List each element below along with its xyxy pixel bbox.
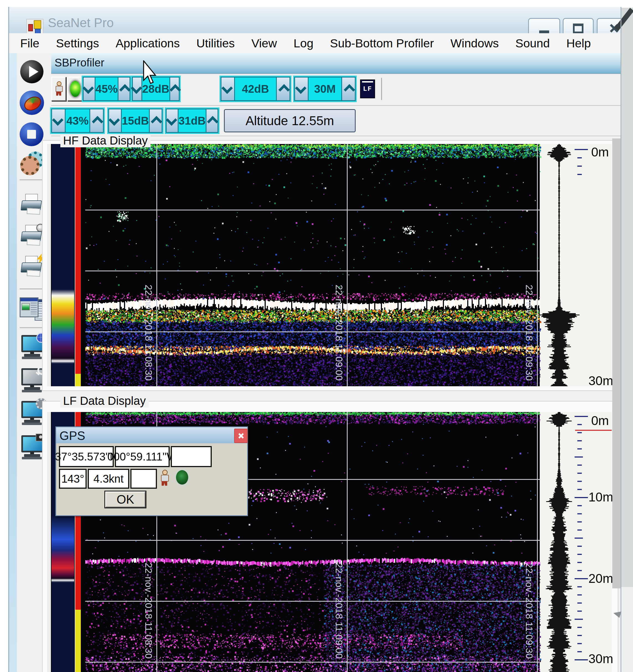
lf-display-label: LF Data Display	[60, 394, 149, 408]
gps-close-button[interactable]	[234, 429, 248, 443]
menu-item-view[interactable]: View	[251, 37, 277, 50]
menu-item-windows[interactable]: Windows	[451, 37, 499, 50]
menu-bar: File Settings Applications Utilities Vie…	[8, 33, 620, 53]
lf-icon: LF	[360, 79, 375, 98]
sensor-dial-icon[interactable]	[20, 90, 45, 116]
menu-item-sub-bottom-profiler[interactable]: Sub-Bottom Profiler	[330, 37, 434, 50]
decrease-button[interactable]	[133, 77, 142, 100]
toolbar-separator	[381, 78, 382, 100]
desktop-margin	[622, 0, 633, 672]
chevron-down-icon	[166, 114, 177, 126]
decrease-button[interactable]	[221, 77, 235, 100]
db2-value: 42dB	[235, 77, 276, 100]
display-setup-icon[interactable]	[20, 296, 45, 322]
quick-print-icon[interactable]	[20, 256, 45, 281]
gps-dialog-titlebar[interactable]: GPS	[56, 427, 247, 443]
decrease-button[interactable]	[295, 77, 309, 100]
menu-item-sound[interactable]: Sound	[515, 37, 550, 50]
mouse-cursor	[142, 61, 158, 84]
decrease-button[interactable]	[109, 110, 122, 132]
altitude-readout: Altitude 12.55m	[224, 109, 356, 133]
range-value: 30M	[309, 77, 341, 100]
close-icon	[238, 433, 244, 439]
decrease-button[interactable]	[167, 110, 178, 132]
menu-item-settings[interactable]: Settings	[56, 37, 99, 50]
gps-latitude-field: 37°35.573''N	[59, 446, 114, 467]
menu-item-applications[interactable]: Applications	[116, 37, 180, 50]
chevron-up-icon	[207, 116, 218, 127]
decrease-button[interactable]	[52, 110, 66, 132]
monitor-settings-icon[interactable]	[20, 401, 45, 426]
db-spinner-2: 42dB	[221, 77, 290, 101]
lf-timestamp-1: 22-nov.-2018 11:08:30	[144, 562, 154, 672]
increase-button[interactable]	[276, 77, 290, 100]
increase-button[interactable]	[205, 110, 218, 132]
hf-timestamp-3: 22-nov.-2018 11:09:30	[524, 285, 535, 404]
window-right-edge	[620, 7, 622, 672]
menu-item-help[interactable]: Help	[566, 37, 591, 50]
gain-spinner-hf: 45%	[83, 77, 130, 101]
print-preview-icon[interactable]	[20, 225, 45, 250]
menu-item-file[interactable]: File	[20, 37, 39, 50]
increase-button[interactable]	[90, 110, 103, 132]
chevron-down-icon	[221, 82, 233, 94]
menu-item-utilities[interactable]: Utilities	[196, 37, 235, 50]
monitor-snapshot-icon[interactable]	[20, 435, 45, 461]
decrease-button[interactable]	[83, 77, 96, 100]
status-led-button[interactable]	[67, 77, 83, 101]
increase-button[interactable]	[149, 110, 162, 132]
chevron-up-icon	[151, 116, 162, 127]
increase-button[interactable]	[118, 77, 129, 100]
range-spinner: 30M	[294, 77, 356, 101]
play-icon[interactable]	[20, 59, 45, 85]
chevron-up-icon	[343, 84, 355, 95]
right-scroll-strip[interactable]	[612, 139, 620, 589]
hf-scale-0m: 0m	[591, 145, 609, 160]
settings-gears-icon[interactable]	[20, 151, 45, 176]
lf-scale-30m: 30m	[588, 651, 613, 666]
diver-tool-button[interactable]	[51, 77, 66, 101]
gps-ok-button[interactable]: OK	[105, 491, 146, 507]
monitor-search-icon[interactable]	[20, 368, 45, 394]
title-bar: SeaNet Pro	[8, 7, 622, 33]
menu-item-log[interactable]: Log	[294, 37, 314, 50]
db-spinner-3: 15dB	[108, 109, 163, 133]
window-title: SeaNet Pro	[48, 15, 114, 30]
remote-monitor-icon[interactable]	[20, 335, 45, 360]
chevron-down-icon	[83, 82, 94, 94]
gps-dialog: GPS 37°35.573''N 000°59.111''W 143° 4.3k…	[55, 426, 248, 516]
increase-button[interactable]	[341, 77, 355, 100]
hf-scale-30m: 30m	[588, 373, 613, 388]
hf-timestamp-1: 22-nov.-2018 11:08:30	[144, 285, 154, 404]
green-led-icon	[69, 80, 82, 98]
gps-heading-field: 143°	[59, 469, 87, 489]
chevron-up-icon	[92, 116, 103, 127]
stop-icon[interactable]	[20, 122, 45, 147]
gps-dialog-title: GPS	[59, 429, 85, 443]
sidebar-accent-strip	[9, 53, 17, 672]
sbprofiler-titlebar: SBProfiler	[51, 53, 620, 74]
sbprofiler-title: SBProfiler	[54, 56, 104, 69]
chevron-down-icon	[295, 82, 307, 94]
gain-value: 43%	[66, 110, 90, 132]
increase-button[interactable]	[169, 77, 179, 100]
lf-scale-10m: 10m	[588, 489, 613, 504]
lf-mode-button[interactable]: LF	[360, 79, 375, 98]
hf-display-label: HF Data Display	[60, 134, 151, 147]
chevron-up-icon	[278, 84, 290, 95]
chevron-down-icon	[52, 114, 64, 126]
toolbar-row-1: 45% 28dB 42dB 30M LF	[51, 74, 620, 106]
gps-longitude-field: 000°59.111''W	[115, 446, 170, 467]
gps-empty-field-2	[130, 469, 157, 489]
lf-timestamp-2: 22-nov.-2018 11:09:00	[334, 562, 345, 672]
chevron-up-icon	[119, 84, 130, 95]
restore-icon	[573, 24, 583, 33]
diver-icon	[55, 81, 63, 96]
chevron-down-icon	[131, 82, 142, 94]
print-icon[interactable]	[20, 194, 45, 219]
lf-scale-0m: 0m	[591, 413, 609, 428]
db-spinner-4: 31dB	[166, 109, 218, 133]
gps-speed-field: 4.3knt	[88, 469, 129, 489]
lf-scale-20m: 20m	[588, 571, 613, 586]
diver-icon	[160, 470, 169, 487]
